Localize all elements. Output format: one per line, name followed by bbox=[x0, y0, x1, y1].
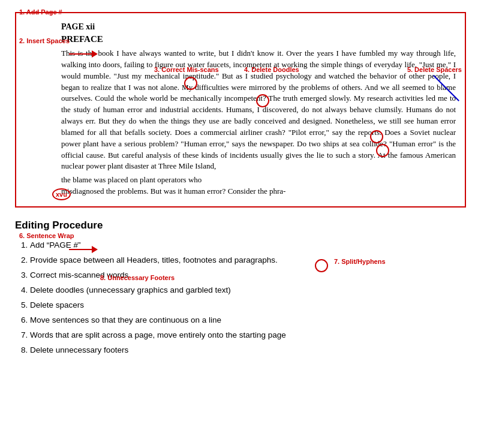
sentence-wrap-text: the blame was placed on plant operators … bbox=[61, 175, 456, 186]
label-delete-doodles: 4. Delete Doodles bbox=[244, 66, 299, 73]
editing-procedure-section: Editing Procedure Add “PAGE #”Provide sp… bbox=[15, 220, 466, 357]
label-add-page: 1. Add Page # bbox=[19, 8, 62, 16]
footer-xvu-marker: xvu bbox=[52, 188, 71, 200]
arrow-insert-spaces bbox=[69, 50, 98, 58]
editing-list-item-7: Words that are split across a page, move… bbox=[30, 329, 466, 342]
editing-list-item-5: Delete spacers bbox=[30, 299, 466, 312]
label-unnecessary-footers: 8. Unnecessary Footers bbox=[100, 274, 175, 281]
preface-label: PREFACE bbox=[61, 34, 456, 44]
doc-preview: 1. Add Page # 2. Insert Spaces 3. Correc… bbox=[15, 12, 466, 208]
label-insert-spaces: 2. Insert Spaces bbox=[19, 37, 70, 44]
editing-procedure-list: Add “PAGE #”Provide space between all He… bbox=[15, 239, 466, 357]
label-correct-misscans: 3. Correct Mis-scans bbox=[154, 66, 219, 73]
editing-list-item-4: Delete doodles (unnecessary graphics and… bbox=[30, 284, 466, 297]
hyphen-text: misdiagnosed the problems. But was it hu… bbox=[61, 186, 456, 197]
label-split-hyphens: 7. Split/Hyphens bbox=[334, 258, 386, 265]
label-sentence-wrap: 6. Sentence Wrap bbox=[19, 232, 74, 239]
editing-list-item-8: Delete unnecessary footers bbox=[30, 344, 466, 357]
editing-list-item-3: Correct mis-scanned words bbox=[30, 269, 466, 282]
editing-procedure-title: Editing Procedure bbox=[15, 220, 466, 231]
editing-list-item-6: Move sentences so that they are continuo… bbox=[30, 314, 466, 327]
label-delete-spacers: 5. Delete Spacers bbox=[407, 66, 462, 73]
document-content: PAGE xii PREFACE This is the book I have… bbox=[61, 22, 456, 197]
page-container: 1. Add Page # 2. Insert Spaces 3. Correc… bbox=[0, 0, 481, 369]
page-header: PAGE xii bbox=[61, 22, 456, 32]
editing-list-item-2: Provide space between all Headers, title… bbox=[30, 254, 466, 267]
arrow-sentence-wrap bbox=[69, 246, 98, 253]
